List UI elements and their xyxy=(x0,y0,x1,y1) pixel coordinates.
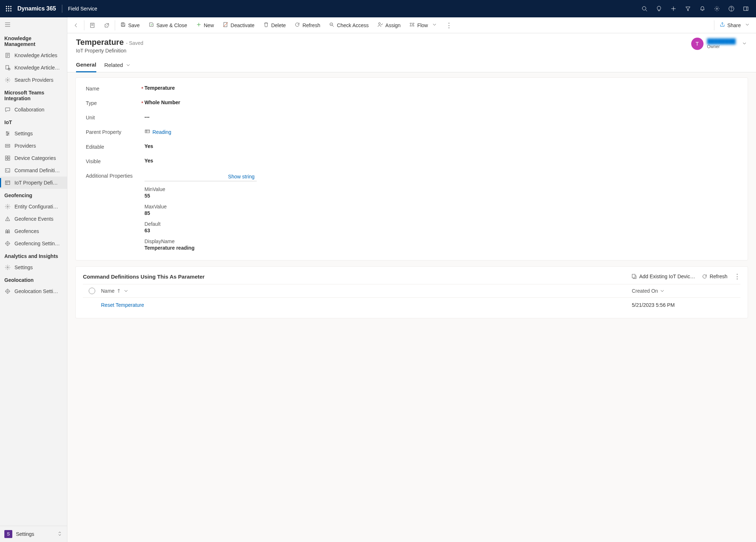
sidebar-item[interactable]: Knowledge Articles xyxy=(0,49,67,62)
ap-label-max: MaxValue xyxy=(144,204,738,209)
app-name[interactable]: Field Service xyxy=(68,6,97,12)
panel-icon[interactable] xyxy=(739,0,753,17)
subgrid-more-button[interactable]: ⋮ xyxy=(734,272,740,280)
assign-button[interactable]: Assign xyxy=(373,17,405,33)
site-switcher[interactable]: S Settings xyxy=(0,526,67,542)
field-value-unit[interactable]: --- xyxy=(144,114,738,120)
sidebar-item[interactable]: Collaboration xyxy=(0,103,67,116)
deactivate-button[interactable]: Deactivate xyxy=(218,17,259,33)
app-launcher-icon[interactable] xyxy=(3,3,14,14)
sidebar-item-label: Command Definiti… xyxy=(14,168,60,173)
row-name-link[interactable]: Reset Temperature xyxy=(101,302,144,308)
sidebar-item-label: Entity Configurati… xyxy=(14,204,58,209)
sidebar-item[interactable]: Knowledge Article… xyxy=(0,62,67,74)
sidebar-item-label: Settings xyxy=(14,264,33,270)
svg-point-7 xyxy=(8,10,9,12)
flow-button[interactable]: Flow xyxy=(405,17,442,33)
lightbulb-icon[interactable] xyxy=(652,0,666,17)
sidebar-item[interactable]: Geofence Events xyxy=(0,213,67,225)
bell-icon[interactable] xyxy=(695,0,710,17)
back-button[interactable] xyxy=(69,17,83,33)
chevron-updown-icon xyxy=(57,531,63,538)
more-commands-button[interactable]: ⋮ xyxy=(442,17,456,33)
share-icon xyxy=(719,22,725,29)
open-record-set-button[interactable] xyxy=(85,17,100,33)
sidebar-item[interactable]: Settings xyxy=(0,127,67,140)
column-header-name[interactable]: Name xyxy=(101,288,632,294)
svg-rect-67 xyxy=(122,23,124,24)
record-save-status: - Saved xyxy=(126,40,143,46)
field-value-visible[interactable]: Yes xyxy=(144,158,738,164)
form-header: Temperature- Saved IoT Property Definiti… xyxy=(67,33,756,54)
tab-related[interactable]: Related xyxy=(104,59,131,72)
target-icon xyxy=(4,240,11,247)
subgrid-add-existing-button[interactable]: Add Existing IoT Devic… xyxy=(631,274,695,279)
popout-button[interactable] xyxy=(100,17,114,33)
sidebar-item[interactable]: Geofences xyxy=(0,225,67,237)
svg-rect-45 xyxy=(5,181,10,185)
delete-button[interactable]: Delete xyxy=(259,17,290,33)
sidebar-item[interactable]: Providers xyxy=(0,140,67,152)
save-button[interactable]: Save xyxy=(116,17,144,33)
field-value-name[interactable]: Temperature xyxy=(144,85,738,91)
field-value-parent[interactable]: Reading xyxy=(144,128,738,135)
command-bar: Save Save & Close New Deactivate Delete … xyxy=(67,17,756,33)
sidebar-item[interactable]: Geofencing Settin… xyxy=(0,237,67,250)
refresh-button[interactable]: Refresh xyxy=(290,17,324,33)
property-icon xyxy=(4,179,11,186)
ap-value-displayname[interactable]: Temperature reading xyxy=(144,245,738,251)
help-icon[interactable] xyxy=(724,0,739,17)
owner-name: ████████ xyxy=(707,38,736,44)
plus-icon[interactable] xyxy=(666,0,681,17)
sidebar-item[interactable]: Command Definiti… xyxy=(0,164,67,177)
check-access-button[interactable]: Check Access xyxy=(324,17,373,33)
share-button[interactable]: Share xyxy=(715,17,755,33)
svg-rect-75 xyxy=(145,130,150,133)
svg-point-72 xyxy=(330,23,333,26)
chevron-down-icon xyxy=(432,22,437,29)
svg-point-0 xyxy=(6,6,7,7)
ap-value-max[interactable]: 85 xyxy=(144,210,738,216)
subgrid-refresh-button[interactable]: Refresh xyxy=(702,274,727,279)
lookup-entity-icon xyxy=(144,128,150,135)
svg-point-59 xyxy=(7,291,8,292)
form-content: Name* Temperature Type* Whole Number Uni… xyxy=(67,72,756,542)
subgrid-table: Name Created On Reset Temperature5/21/20… xyxy=(83,284,740,312)
save-close-icon xyxy=(148,22,154,29)
save-close-button[interactable]: Save & Close xyxy=(144,17,192,33)
sidebar-item-label: Geofencing Settin… xyxy=(14,241,60,246)
gear-icon xyxy=(4,77,11,83)
show-string-toggle[interactable]: Show string xyxy=(144,172,257,181)
ap-value-min[interactable]: 55 xyxy=(144,193,738,199)
tab-general[interactable]: General xyxy=(76,59,96,72)
sidebar-item[interactable]: Entity Configurati… xyxy=(0,200,67,213)
field-value-type[interactable]: Whole Number xyxy=(144,99,738,105)
site-badge: S xyxy=(4,530,12,538)
svg-point-6 xyxy=(6,10,7,12)
svg-point-38 xyxy=(7,145,8,146)
owner-block[interactable]: T ████████ Owner xyxy=(691,38,747,50)
sidebar-item[interactable]: Settings xyxy=(0,261,67,274)
hamburger-icon[interactable] xyxy=(0,17,67,32)
column-header-created[interactable]: Created On xyxy=(632,288,740,294)
field-label-parent: Parent Property xyxy=(86,128,140,135)
sidebar-item-label: Device Categories xyxy=(14,155,56,161)
sidebar-item[interactable]: Device Categories xyxy=(0,152,67,164)
global-header: Dynamics 365 Field Service xyxy=(0,0,756,17)
search-icon[interactable] xyxy=(637,0,652,17)
field-label-unit: Unit xyxy=(86,114,140,120)
chevron-down-icon[interactable] xyxy=(742,41,747,47)
ap-value-default[interactable]: 63 xyxy=(144,228,738,233)
sidebar-item[interactable]: Search Providers xyxy=(0,74,67,86)
filter-icon[interactable] xyxy=(681,0,695,17)
gear-icon[interactable] xyxy=(710,0,724,17)
table-row[interactable]: Reset Temperature5/21/2023 5:56 PM xyxy=(83,298,740,312)
sidebar-item[interactable]: IoT Property Defi… xyxy=(0,177,67,189)
select-all-checkbox[interactable] xyxy=(89,288,95,294)
sidebar-item[interactable]: Geolocation Setti… xyxy=(0,285,67,297)
field-value-editable[interactable]: Yes xyxy=(144,143,738,149)
ap-label-default: Default xyxy=(144,221,738,227)
svg-point-4 xyxy=(8,8,9,9)
new-button[interactable]: New xyxy=(192,17,218,33)
svg-point-1 xyxy=(8,6,9,7)
